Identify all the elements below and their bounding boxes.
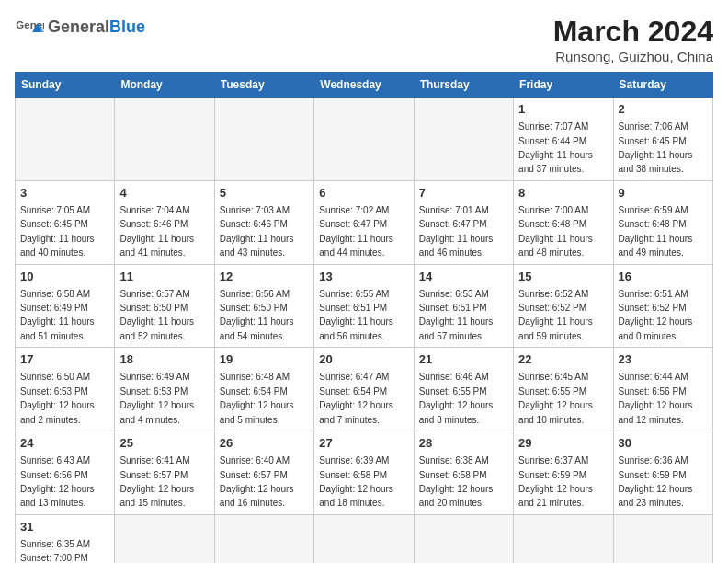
calendar-cell: 2Sunrise: 7:06 AM Sunset: 6:45 PM Daylig… xyxy=(613,98,712,181)
day-number: 11 xyxy=(119,269,209,285)
day-number: 2 xyxy=(619,101,708,118)
day-info: Sunrise: 6:52 AM Sunset: 6:52 PM Dayligh… xyxy=(518,289,593,341)
day-number: 23 xyxy=(619,351,708,368)
day-info: Sunrise: 7:01 AM Sunset: 6:47 PM Dayligh… xyxy=(419,205,494,258)
calendar-cell: 11Sunrise: 6:57 AM Sunset: 6:50 PM Dayli… xyxy=(115,264,214,348)
calendar-cell: 16Sunrise: 6:51 AM Sunset: 6:52 PM Dayli… xyxy=(613,264,712,348)
day-number: 14 xyxy=(419,269,508,285)
day-number: 10 xyxy=(20,269,109,285)
calendar-cell: 13Sunrise: 6:55 AM Sunset: 6:51 PM Dayli… xyxy=(314,264,414,348)
calendar-cell: 15Sunrise: 6:52 AM Sunset: 6:52 PM Dayli… xyxy=(514,264,613,348)
day-number: 12 xyxy=(220,269,309,285)
day-number: 8 xyxy=(518,185,608,201)
day-info: Sunrise: 6:48 AM Sunset: 6:54 PM Dayligh… xyxy=(220,372,294,424)
day-of-week-header: Wednesday xyxy=(314,73,414,98)
day-of-week-header: Thursday xyxy=(414,73,513,98)
calendar-week-row: 10Sunrise: 6:58 AM Sunset: 6:49 PM Dayli… xyxy=(16,264,713,348)
day-info: Sunrise: 6:37 AM Sunset: 6:59 PM Dayligh… xyxy=(518,455,593,508)
day-number: 6 xyxy=(319,185,408,201)
day-info: Sunrise: 7:05 AM Sunset: 6:45 PM Dayligh… xyxy=(20,205,95,258)
month-title: March 2024 xyxy=(553,15,713,49)
calendar-cell xyxy=(214,514,313,563)
logo-icon: General xyxy=(15,15,44,40)
day-number: 31 xyxy=(20,519,109,535)
calendar-cell: 10Sunrise: 6:58 AM Sunset: 6:49 PM Dayli… xyxy=(16,264,115,348)
calendar-cell xyxy=(414,98,513,181)
day-info: Sunrise: 6:43 AM Sunset: 6:56 PM Dayligh… xyxy=(20,455,95,508)
day-number: 26 xyxy=(220,435,309,452)
day-of-week-header: Friday xyxy=(514,73,613,98)
calendar-week-row: 3Sunrise: 7:05 AM Sunset: 6:45 PM Daylig… xyxy=(16,180,713,264)
day-info: Sunrise: 6:39 AM Sunset: 6:58 PM Dayligh… xyxy=(319,455,393,508)
logo: General GeneralBlue xyxy=(15,15,145,40)
day-info: Sunrise: 6:58 AM Sunset: 6:49 PM Dayligh… xyxy=(20,289,95,341)
day-number: 20 xyxy=(319,351,408,368)
day-info: Sunrise: 6:35 AM Sunset: 7:00 PM Dayligh… xyxy=(20,539,95,563)
calendar-cell: 4Sunrise: 7:04 AM Sunset: 6:46 PM Daylig… xyxy=(115,180,214,264)
day-info: Sunrise: 6:44 AM Sunset: 6:56 PM Dayligh… xyxy=(619,372,693,424)
day-number: 18 xyxy=(119,351,209,368)
calendar-week-row: 1Sunrise: 7:07 AM Sunset: 6:44 PM Daylig… xyxy=(16,98,713,181)
day-number: 22 xyxy=(518,351,608,368)
calendar-cell: 17Sunrise: 6:50 AM Sunset: 6:53 PM Dayli… xyxy=(16,348,115,431)
calendar-cell: 27Sunrise: 6:39 AM Sunset: 6:58 PM Dayli… xyxy=(314,431,414,515)
calendar-cell: 3Sunrise: 7:05 AM Sunset: 6:45 PM Daylig… xyxy=(16,180,115,264)
calendar-cell xyxy=(514,514,613,563)
day-number: 13 xyxy=(319,269,408,285)
calendar-cell: 29Sunrise: 6:37 AM Sunset: 6:59 PM Dayli… xyxy=(514,431,613,515)
day-info: Sunrise: 7:02 AM Sunset: 6:47 PM Dayligh… xyxy=(319,205,393,258)
calendar-cell xyxy=(115,514,214,563)
calendar-cell: 23Sunrise: 6:44 AM Sunset: 6:56 PM Dayli… xyxy=(613,348,712,431)
day-info: Sunrise: 6:36 AM Sunset: 6:59 PM Dayligh… xyxy=(619,455,693,508)
day-info: Sunrise: 6:38 AM Sunset: 6:58 PM Dayligh… xyxy=(419,455,494,508)
calendar-cell: 21Sunrise: 6:46 AM Sunset: 6:55 PM Dayli… xyxy=(414,348,513,431)
day-of-week-header: Monday xyxy=(115,73,214,98)
day-info: Sunrise: 6:47 AM Sunset: 6:54 PM Dayligh… xyxy=(319,372,393,424)
calendar-cell: 8Sunrise: 7:00 AM Sunset: 6:48 PM Daylig… xyxy=(514,180,613,264)
day-info: Sunrise: 6:50 AM Sunset: 6:53 PM Dayligh… xyxy=(20,372,95,424)
day-number: 19 xyxy=(220,351,309,368)
calendar-cell: 28Sunrise: 6:38 AM Sunset: 6:58 PM Dayli… xyxy=(414,431,513,515)
days-of-week-header: SundayMondayTuesdayWednesdayThursdayFrid… xyxy=(16,73,713,98)
day-number: 29 xyxy=(518,435,608,452)
day-info: Sunrise: 6:49 AM Sunset: 6:53 PM Dayligh… xyxy=(119,372,194,424)
day-info: Sunrise: 7:00 AM Sunset: 6:48 PM Dayligh… xyxy=(518,205,593,258)
calendar-cell xyxy=(214,98,313,181)
calendar-cell: 25Sunrise: 6:41 AM Sunset: 6:57 PM Dayli… xyxy=(115,431,214,515)
title-block: March 2024 Runsong, Guizhou, China xyxy=(553,15,713,64)
day-number: 30 xyxy=(619,435,708,452)
calendar-cell: 26Sunrise: 6:40 AM Sunset: 6:57 PM Dayli… xyxy=(214,431,313,515)
calendar-week-row: 17Sunrise: 6:50 AM Sunset: 6:53 PM Dayli… xyxy=(16,348,713,431)
day-of-week-header: Saturday xyxy=(613,73,712,98)
day-info: Sunrise: 7:04 AM Sunset: 6:46 PM Dayligh… xyxy=(119,205,194,258)
calendar-cell: 12Sunrise: 6:56 AM Sunset: 6:50 PM Dayli… xyxy=(214,264,313,348)
day-info: Sunrise: 7:03 AM Sunset: 6:46 PM Dayligh… xyxy=(220,205,294,258)
day-number: 28 xyxy=(419,435,508,452)
day-number: 21 xyxy=(419,351,508,368)
calendar-body: 1Sunrise: 7:07 AM Sunset: 6:44 PM Daylig… xyxy=(16,98,713,564)
day-number: 24 xyxy=(20,435,109,452)
day-number: 27 xyxy=(319,435,408,452)
day-info: Sunrise: 6:55 AM Sunset: 6:51 PM Dayligh… xyxy=(319,289,393,341)
calendar-cell: 22Sunrise: 6:45 AM Sunset: 6:55 PM Dayli… xyxy=(514,348,613,431)
day-of-week-header: Tuesday xyxy=(214,73,313,98)
calendar-cell: 19Sunrise: 6:48 AM Sunset: 6:54 PM Dayli… xyxy=(214,348,313,431)
calendar-cell: 9Sunrise: 6:59 AM Sunset: 6:48 PM Daylig… xyxy=(613,180,712,264)
calendar-cell: 24Sunrise: 6:43 AM Sunset: 6:56 PM Dayli… xyxy=(16,431,115,515)
logo-text: GeneralBlue xyxy=(48,18,145,37)
calendar-table: SundayMondayTuesdayWednesdayThursdayFrid… xyxy=(15,72,713,563)
day-of-week-header: Sunday xyxy=(16,73,115,98)
day-number: 17 xyxy=(20,351,109,368)
day-info: Sunrise: 7:07 AM Sunset: 6:44 PM Dayligh… xyxy=(518,121,593,174)
day-number: 16 xyxy=(619,269,708,285)
day-number: 25 xyxy=(119,435,209,452)
page-header: General GeneralBlue March 2024 Runsong, … xyxy=(15,15,713,64)
calendar-cell: 31Sunrise: 6:35 AM Sunset: 7:00 PM Dayli… xyxy=(16,514,115,563)
calendar-cell xyxy=(115,98,214,181)
calendar-cell: 1Sunrise: 7:07 AM Sunset: 6:44 PM Daylig… xyxy=(514,98,613,181)
day-info: Sunrise: 6:56 AM Sunset: 6:50 PM Dayligh… xyxy=(220,289,294,341)
day-info: Sunrise: 6:59 AM Sunset: 6:48 PM Dayligh… xyxy=(619,205,693,258)
calendar-cell xyxy=(414,514,513,563)
calendar-cell: 14Sunrise: 6:53 AM Sunset: 6:51 PM Dayli… xyxy=(414,264,513,348)
day-info: Sunrise: 7:06 AM Sunset: 6:45 PM Dayligh… xyxy=(619,121,693,174)
